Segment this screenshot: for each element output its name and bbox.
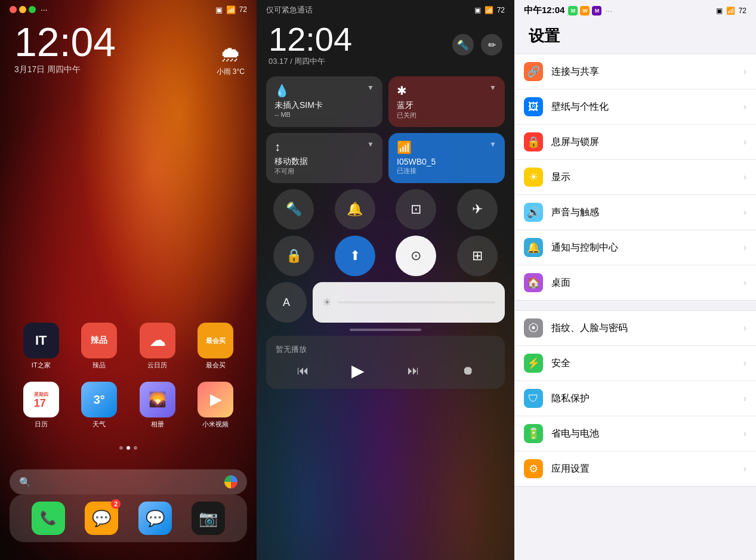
app-label-it: IT之家 xyxy=(32,361,51,370)
app-row-2: 星期四17 日历 3° 天气 🌄 相册 ▶ 小米视频 xyxy=(12,382,245,429)
settings-label-battery: 省电与电池 xyxy=(551,428,743,440)
cc-lock-btn[interactable]: 🔒 xyxy=(273,236,314,276)
dock-chat[interactable]: 💬 xyxy=(138,502,172,535)
settings-item-privacy[interactable]: 🛡 隐私保护 › xyxy=(514,381,756,416)
app-cloud-cal[interactable]: ☁ 云日历 xyxy=(140,323,175,370)
settings-label-privacy: 隐私保护 xyxy=(551,392,743,405)
app-photos[interactable]: 🌄 相册 xyxy=(140,382,175,429)
settings-item-fingerprint[interactable]: ⦿ 指纹、人脸与密码 › xyxy=(514,311,756,346)
cc-location-btn[interactable]: ⬆ xyxy=(335,236,375,276)
cc-bell-btn[interactable]: 🔔 xyxy=(335,189,375,230)
settings-more-dots: ··· xyxy=(605,6,612,16)
home-screen: ··· ▣ 📶 72 12:04 3月17日 周四中午 🌧 小雨 3°C IT … xyxy=(0,0,257,560)
media-cast-btn[interactable]: ⏺ xyxy=(462,364,474,378)
page-dot-1 xyxy=(119,446,123,450)
settings-item-wallpaper[interactable]: 🖼 壁纸与个性化 › xyxy=(514,89,756,125)
settings-item-apps[interactable]: ⚙ 应用设置 › xyxy=(514,451,756,486)
cc-bt-tile[interactable]: ✱ ▼ 蓝牙 已关闭 xyxy=(388,76,505,127)
cc-screen-lock-btn[interactable]: ⊙ xyxy=(396,236,436,276)
app-label-weather: 天气 xyxy=(92,420,106,429)
more-dots[interactable]: ··· xyxy=(41,5,48,14)
settings-icon-lockscreen: 🔒 xyxy=(524,132,543,151)
app-icon-it: IT xyxy=(23,323,59,358)
home-status-right: ▣ 📶 72 xyxy=(215,5,247,14)
dock-messages[interactable]: 💬 2 xyxy=(85,502,118,535)
cc-torch-btn[interactable]: 🔦 xyxy=(273,189,314,230)
app-weather[interactable]: 3° 天气 xyxy=(81,382,117,429)
settings-app-dots: M W M xyxy=(568,6,601,16)
app-buy[interactable]: 最会买 最会买 xyxy=(198,323,233,370)
app-icon-photos: 🌄 xyxy=(140,382,175,417)
cc-wifi-tile[interactable]: 📶 ▼ I05WB0_5 已连接 xyxy=(388,133,505,183)
app-icon-buy: 最会买 xyxy=(198,323,233,358)
app-label-photos: 相册 xyxy=(151,420,164,429)
cc-airplane-btn[interactable]: ✈ xyxy=(457,189,498,230)
app-label-buy: 最会买 xyxy=(206,361,226,370)
dock: 📞 💬 2 💬 📷 xyxy=(10,494,247,542)
cc-bt-icon: ✱ xyxy=(397,83,407,98)
page-dots xyxy=(0,446,257,450)
cc-sim-tile[interactable]: 💧 ▼ 未插入SIM卡 -- MB xyxy=(266,76,382,127)
cc-data-tile[interactable]: ↕ ▼ 移动数据 不可用 xyxy=(266,133,382,183)
cc-status-bar: 仅可紧急通话 ▣ 📶 72 xyxy=(257,0,514,20)
dock-phone[interactable]: 📞 xyxy=(32,502,65,535)
media-play-btn[interactable]: ▶ xyxy=(351,361,365,380)
settings-label-wallpaper: 壁纸与个性化 xyxy=(551,101,743,113)
lockscreen-icon: 🔒 xyxy=(527,135,540,148)
settings-label-apps: 应用设置 xyxy=(551,463,743,475)
cc-brightness-bar[interactable]: ☀ xyxy=(313,282,505,323)
cc-wifi-header: 📶 ▼ xyxy=(397,140,496,154)
cc-sim-title: 未插入SIM卡 xyxy=(274,100,374,111)
cc-sim-sub: -- MB xyxy=(274,111,374,118)
settings-chevron-privacy: › xyxy=(743,393,746,404)
dock-camera[interactable]: 📷 xyxy=(192,502,225,535)
battery-level: 72 xyxy=(239,5,247,14)
settings-item-desktop[interactable]: 🏠 桌面 › xyxy=(514,265,756,300)
settings-icon-desktop: 🏠 xyxy=(524,273,543,292)
cc-edit-btn[interactable]: ✏ xyxy=(481,34,502,55)
search-icon: 🔍 xyxy=(19,477,31,488)
settings-section-2: ⦿ 指纹、人脸与密码 › ⚡ 安全 › 🛡 隐私保护 › xyxy=(514,310,756,487)
cc-data-sub: 不可用 xyxy=(274,167,374,176)
settings-item-battery[interactable]: 🔋 省电与电池 › xyxy=(514,416,756,451)
settings-item-connection[interactable]: 🔗 连接与共享 › xyxy=(514,54,756,89)
display-icon: ☀ xyxy=(529,171,538,184)
settings-chevron-fingerprint: › xyxy=(743,323,746,333)
media-next-btn[interactable]: ⏭ xyxy=(408,364,419,378)
app-lapin[interactable]: 辣品 辣品 xyxy=(81,323,117,370)
app-it[interactable]: IT IT之家 xyxy=(23,323,59,370)
settings-title-bar: 设置 xyxy=(514,21,756,54)
app-label-video: 小米视频 xyxy=(202,420,229,429)
app-icon-weather: 3° xyxy=(81,382,117,417)
cc-mirror-btn[interactable]: ⊡ xyxy=(396,189,436,230)
settings-label-fingerprint: 指纹、人脸与密码 xyxy=(551,322,743,335)
settings-item-notification[interactable]: 🔔 通知与控制中心 › xyxy=(514,230,756,265)
cc-time-row: 12:04 03.17 / 周四中午 🔦 ✏ xyxy=(257,20,514,76)
media-prev-btn[interactable]: ⏮ xyxy=(297,364,309,378)
notification-icon: 🔔 xyxy=(527,241,540,254)
cc-emergency-text: 仅可紧急通话 xyxy=(266,5,313,16)
cc-flashlight-btn[interactable]: 🔦 xyxy=(452,34,474,55)
cc-text-size-btn[interactable]: A xyxy=(266,282,307,323)
settings-chevron-lockscreen: › xyxy=(743,137,746,147)
settings-icon-wallpaper: 🖼 xyxy=(524,97,543,116)
cc-time: 12:04 xyxy=(269,23,352,56)
app-grid: IT IT之家 辣品 辣品 ☁ 云日历 最会买 最会买 星期四17 日历 xyxy=(0,323,257,441)
settings-item-display[interactable]: ☀ 显示 › xyxy=(514,160,756,195)
page-dot-2 xyxy=(126,446,130,450)
app-calendar[interactable]: 星期四17 日历 xyxy=(23,382,59,429)
cc-bt-title: 蓝牙 xyxy=(397,100,496,111)
settings-item-security[interactable]: ⚡ 安全 › xyxy=(514,346,756,381)
settings-label-display: 显示 xyxy=(551,171,743,184)
settings-item-sound[interactable]: 🔊 声音与触感 › xyxy=(514,195,756,230)
home-search-bar[interactable]: 🔍 xyxy=(10,469,247,494)
cc-status-icons: ▣ 📶 72 xyxy=(474,6,505,14)
app-video[interactable]: ▶ 小米视频 xyxy=(198,382,233,429)
fingerprint-icon: ⦿ xyxy=(528,322,539,335)
cc-screenshot-btn[interactable]: ⊞ xyxy=(457,236,498,276)
app-label-lapin: 辣品 xyxy=(92,361,106,370)
brightness-icon: ☀ xyxy=(322,296,332,309)
settings-section-1: 🔗 连接与共享 › 🖼 壁纸与个性化 › 🔒 息屏与锁屏 › xyxy=(514,54,756,301)
cc-tiles: 💧 ▼ 未插入SIM卡 -- MB ✱ ▼ 蓝牙 已关闭 ↕ ▼ 移动数据 不可… xyxy=(257,76,514,183)
settings-item-lockscreen[interactable]: 🔒 息屏与锁屏 › xyxy=(514,125,756,160)
